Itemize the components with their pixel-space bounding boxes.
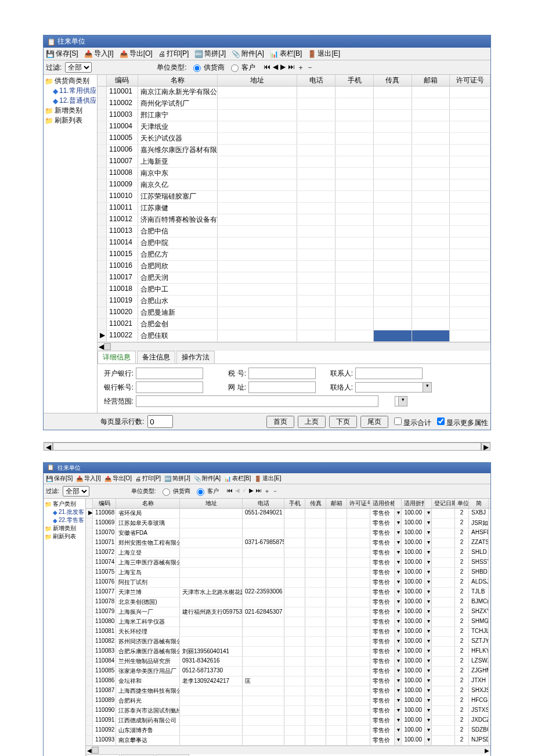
table-row[interactable]: 110001南京江南永新光学有限公司	[98, 87, 490, 98]
table-row[interactable]: 110076阿拉丁试剂零售价▾100.00▾2ALDSJ	[86, 578, 490, 588]
table-row[interactable]: 110002商州化学试剂厂	[98, 98, 490, 110]
more-checkbox[interactable]	[437, 417, 445, 425]
table-row[interactable]: 110086金坛祥和老李13092424217匡零售价▾100.00▾2JTXH	[86, 676, 490, 686]
first-button[interactable]: 首页	[266, 416, 294, 428]
table-row[interactable]: 110015合肥亿方	[98, 249, 490, 261]
tree-refresh[interactable]: 📁刷新列表	[45, 116, 96, 125]
pinyin-button[interactable]: 🔤简拼[J]	[164, 474, 190, 483]
table-row[interactable]: 110011江苏康健	[98, 203, 490, 214]
table-row[interactable]: 110074上海三申医疗器械有限公司零售价▾100.00▾2SHSSY	[86, 558, 490, 568]
table-row[interactable]: 110078北京美创(德国)零售价▾100.00▾2BJMC(	[86, 597, 490, 607]
last-button[interactable]: 尾页	[360, 416, 388, 428]
contact-input[interactable]	[355, 368, 423, 379]
print-button[interactable]: 🖨打印[P]	[158, 49, 189, 59]
attach-button[interactable]: 📎附件[A]	[194, 474, 221, 483]
table-row[interactable]: 110020合肥曼迪新	[98, 307, 490, 319]
table-row[interactable]: 110003邢江康宁	[98, 110, 490, 121]
table-row[interactable]: 110012济南百特博赛检验设备有限公司	[98, 214, 490, 226]
h-scrollbar[interactable]: ◀▶	[86, 746, 490, 754]
exit-button[interactable]: 🚪退出[E]	[254, 474, 281, 483]
scroll-right-icon[interactable]: ▶	[481, 442, 490, 451]
table-row[interactable]: 110081天长环经理零售价▾100.00▾2TCHJL	[86, 627, 490, 637]
nav-last-icon[interactable]: ⏭	[256, 487, 262, 495]
outer-scrollbar-1[interactable]: ◀▶	[44, 442, 490, 451]
tree-root[interactable]: 📁客户类别	[45, 500, 84, 508]
table-row[interactable]: 110090江苏泰兴市达国试剂氨经营部零售价▾100.00▾2JSTXS	[86, 706, 490, 716]
table-row[interactable]: ▶110068省环保局0551-2849021零售价▾100.00▾2SXBJ	[86, 509, 490, 519]
table-row[interactable]: 110018合肥中工	[98, 284, 490, 296]
radio-supplier[interactable]	[163, 488, 170, 496]
table-row[interactable]: 110019合肥山水	[98, 296, 490, 307]
scope-input[interactable]	[136, 395, 378, 407]
table-row[interactable]: 110021合肥金创	[98, 319, 490, 330]
table-row[interactable]: 110013合肥中信	[98, 226, 490, 237]
table-row[interactable]: 110016合肥同欣	[98, 261, 490, 272]
table-row[interactable]: 110077天津兰博天津市水上北路水榭花园C-12A022-23593006零售…	[86, 588, 490, 597]
tab-detail[interactable]: 详细信息	[98, 351, 136, 363]
tree-leaf-common[interactable]: ◆11.常用供应商	[53, 86, 96, 96]
tab-op[interactable]: 操作方法	[176, 351, 215, 363]
table-row[interactable]: 110014合肥中院	[98, 237, 490, 249]
table-row[interactable]: ▶110022合肥佳联	[98, 330, 490, 342]
table-row[interactable]: 110091江西德成制药有限公司零售价▾100.00▾2JXDCZ	[86, 716, 490, 726]
prev-button[interactable]: 上页	[298, 416, 326, 428]
table-row[interactable]: 110087上海西捷生物科技有限公司零售价▾100.00▾2SHXJS	[86, 686, 490, 696]
table-row[interactable]: 110084兰州生物制品研究所0931-8342616零售价▾100.00▾2L…	[86, 657, 490, 667]
table-row[interactable]: 110005天长沪试仪器	[98, 133, 490, 145]
attach-button[interactable]: 📎附件[A]	[232, 49, 264, 59]
col-name[interactable]: 名称	[138, 75, 218, 86]
nav-remove-icon[interactable]: －	[306, 63, 313, 73]
table-row[interactable]: 110017合肥天润	[98, 272, 490, 284]
nav-prev-icon[interactable]: ◀	[273, 63, 278, 73]
tree-root[interactable]: 📁供货商类别	[45, 76, 96, 86]
linkman-combo[interactable]: ▾	[355, 382, 432, 393]
col-code[interactable]: 编码	[107, 75, 138, 86]
bank-input[interactable]	[136, 368, 203, 379]
pinyin-button[interactable]: 🔤简拼[J]	[194, 49, 226, 59]
exit-button[interactable]: 🚪退出[E]	[308, 49, 340, 59]
table-row[interactable]: 110093南京攀事达零售价▾100.00▾2NJPSD	[86, 736, 490, 746]
table-row[interactable]: 110080上海米工科学仪器零售价▾100.00▾2SHMGK	[86, 617, 490, 627]
nav-next-icon[interactable]: ▶	[280, 63, 286, 73]
radio-customer[interactable]	[197, 488, 204, 496]
save-button[interactable]: 💾保存[S]	[46, 49, 78, 59]
next-button[interactable]: 下页	[329, 416, 357, 428]
col-addr[interactable]: 地址	[218, 75, 297, 86]
table-row[interactable]: 110092山东淄博齐鲁零售价▾100.00▾2SDZBQ	[86, 726, 490, 736]
import-button[interactable]: 📥导入[I]	[84, 49, 114, 59]
export-button[interactable]: 📤导出[O]	[104, 474, 132, 483]
table-row[interactable]: 110075上海宝岛零售价▾100.00▾2SHBD	[86, 568, 490, 578]
col-mail[interactable]: 邮箱	[412, 75, 450, 86]
table-row[interactable]: 110085张家港华美医疗用品厂0512-58713730零售价▾100.00▾…	[86, 667, 490, 676]
sum-checkbox[interactable]	[394, 417, 402, 425]
web-input[interactable]	[248, 381, 316, 393]
export-button[interactable]: 📤导出[O]	[120, 49, 153, 59]
tree-leaf-wholesale[interactable]: ◆21.批发客户	[53, 508, 84, 516]
col-mob[interactable]: 手机	[335, 75, 374, 86]
table-row[interactable]: 110071郑州安图生物工程有限公司0371-67985875 671零售价▾1…	[86, 538, 490, 548]
table-row[interactable]: 110069江苏如皋天泰玻璃零售价▾100.00▾2JSR如	[86, 519, 490, 528]
save-button[interactable]: 💾保存[S]	[46, 474, 73, 483]
extra-combo[interactable]: ▾	[395, 396, 407, 406]
column-button[interactable]: 📊表栏[B]	[270, 49, 302, 59]
nav-remove-icon[interactable]: －	[272, 487, 278, 495]
table-row[interactable]: 110004天津纸业	[98, 121, 490, 133]
scroll-left-icon[interactable]: ◀	[44, 442, 53, 451]
tab-note[interactable]: 备注信息	[137, 351, 175, 363]
table-row[interactable]: 110008南京中东	[98, 168, 490, 179]
per-page-input[interactable]	[147, 415, 173, 428]
col-lic[interactable]: 许可证号	[450, 75, 490, 86]
table-row[interactable]: 110072上海立登零售价▾100.00▾2SHLD	[86, 548, 490, 558]
nav-last-icon[interactable]: ⏭	[288, 63, 295, 73]
acct-input[interactable]	[136, 381, 203, 393]
tree-new[interactable]: 📁新增类别	[45, 106, 96, 116]
table-row[interactable]: 110007上海新亚	[98, 156, 490, 168]
tax-input[interactable]	[248, 368, 316, 379]
tree-leaf-normal[interactable]: ◆12.普通供应商	[53, 96, 96, 106]
nav-next-icon[interactable]: ▶	[249, 487, 254, 495]
nav-first-icon[interactable]: ⏮	[264, 63, 270, 73]
h-scrollbar[interactable]: ◀	[98, 342, 490, 351]
radio-customer[interactable]	[231, 64, 239, 72]
scroll-left-icon[interactable]: ◀	[99, 343, 104, 351]
table-row[interactable]: 110079上海振兴一厂建行福州路支行05975300020002412021-…	[86, 607, 490, 617]
